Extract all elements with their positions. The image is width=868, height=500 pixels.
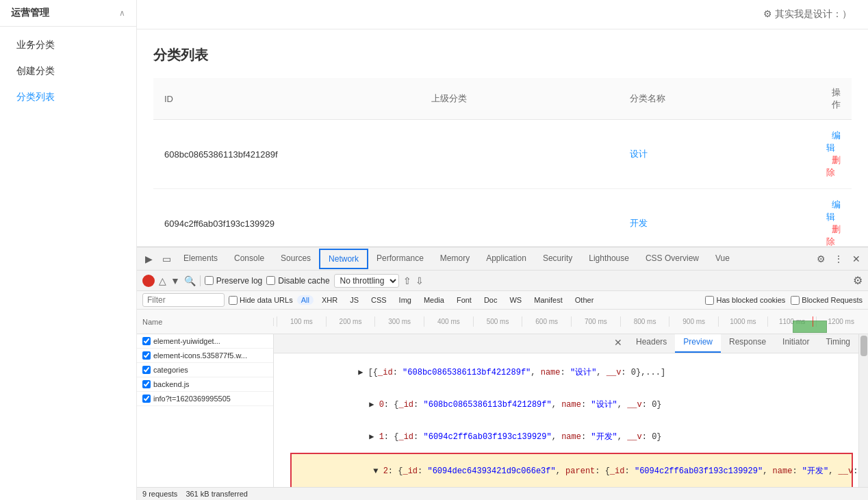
timeline-scale: 100 ms 200 ms 300 ms 400 ms 500 ms 600 m… [274,316,868,327]
tab-memory[interactable]: Memory [432,249,478,268]
preview-content: ↓ ▶ [{_id: "608bc0865386113bf421289f", n… [274,353,858,487]
scrollbar-thumb[interactable] [860,336,867,356]
list-item[interactable]: categories [137,363,273,377]
search-button[interactable]: 🔍 [184,275,196,286]
clear-button[interactable]: △ [159,275,166,286]
json-toggle-3[interactable]: ▼ [373,466,378,476]
main-header: ⚙ 其实我是设计：） [137,0,868,29]
json-toggle-2[interactable]: ▶ [369,432,374,442]
close-devtools-icon[interactable]: ✕ [847,250,865,268]
filter-font[interactable]: Font [452,295,476,305]
hide-data-urls-checkbox[interactable] [229,296,238,305]
settings-icon[interactable]: ⚙ [812,250,830,268]
tab-lighthouse[interactable]: Lighthouse [580,249,637,268]
delete-link-1[interactable]: 删除 [826,224,841,247]
sidebar-item-business[interactable]: 业务分类 [0,32,136,58]
preserve-log-text: Preserve log [216,276,262,286]
filter-other[interactable]: Other [571,295,598,305]
blocked-requests-label[interactable]: Blocked Requests [791,296,863,305]
filter-manifest[interactable]: Manifest [530,295,567,305]
filter-img[interactable]: Img [395,295,416,305]
tab-performance[interactable]: Performance [368,249,432,268]
list-item[interactable]: info?t=1620369995505 [137,392,273,406]
filter-all-chip[interactable]: All [297,295,314,305]
filter-bar: Hide data URLs All XHR JS CSS Img Media … [137,291,868,310]
disable-cache-label[interactable]: Disable cache [266,276,329,286]
item-label-3: backend.js [153,380,190,388]
panels-container: element-yuiwidget... element-icons.53587… [137,334,868,487]
devtools-status-bar: 9 requests 361 kB transferred [137,487,868,500]
record-button[interactable] [142,275,155,287]
sidebar-item-list[interactable]: 分类列表 [0,84,136,110]
item-checkbox-2[interactable] [142,366,151,374]
filter-doc[interactable]: Doc [480,295,502,305]
disable-cache-checkbox[interactable] [266,276,275,285]
inspect-icon[interactable]: ▶ [140,250,157,268]
list-item[interactable]: backend.js [137,377,273,392]
item-checkbox-4[interactable] [142,395,151,403]
detail-tab-headers[interactable]: Headers [628,334,675,353]
row-parent [420,120,619,189]
edit-link-1[interactable]: 编辑 [826,199,841,222]
filter-xhr[interactable]: XHR [318,295,342,305]
list-item[interactable]: element-icons.535877f5.w... [137,349,273,363]
detail-tab-initiator[interactable]: Initiator [774,334,817,353]
import-icon[interactable]: ⇧ [403,275,411,286]
item-checkbox-1[interactable] [142,351,151,360]
filter-media[interactable]: Media [420,295,448,305]
json-toggle-1[interactable]: ▶ [369,400,374,410]
tick-400: 400 ms [424,316,473,327]
close-detail-button[interactable]: ✕ [609,334,628,353]
list-item[interactable]: element-yuiwidget... [137,334,273,349]
preserve-log-label[interactable]: Preserve log [205,276,262,286]
row-id: 608bc0865386113bf421289f [153,120,420,189]
device-icon[interactable]: ▭ [157,250,175,268]
transfer-size: 361 kB transferred [186,490,248,498]
hide-data-urls-label[interactable]: Hide data URLs [229,296,293,305]
filter-button[interactable]: ▼ [170,275,180,286]
row-actions: 编辑 删除 [815,189,852,247]
tab-application[interactable]: Application [478,249,535,268]
tab-vue[interactable]: Vue [707,249,738,268]
tab-security[interactable]: Security [535,249,580,268]
json-line-0: ▶ [{_id: "608bc0865386113bf421289f", nam… [279,356,853,388]
has-blocked-text: Has blocked cookies [716,296,785,304]
filter-js[interactable]: JS [346,295,363,305]
tick-900: 900 ms [669,316,718,327]
tab-console[interactable]: Console [226,249,272,268]
timeline-cursor-line [813,316,813,327]
categories-table: ID 上级分类 分类名称 操作 608bc0865386113bf421289f… [153,78,852,247]
sidebar-toggle-icon[interactable]: ∧ [119,8,125,18]
detail-tab-timing[interactable]: Timing [817,334,858,353]
detail-tab-preview[interactable]: Preview [675,334,721,353]
row-parent [420,189,619,247]
item-label-1: element-icons.535877f5.w... [153,351,247,360]
scrollbar[interactable] [858,334,868,487]
delete-link-0[interactable]: 删除 [826,155,841,177]
detail-tab-response[interactable]: Response [721,334,774,353]
request-count: 9 requests [142,490,177,498]
item-checkbox-0[interactable] [142,337,151,345]
item-checkbox-3[interactable] [142,380,151,388]
filter-ws[interactable]: WS [505,295,526,305]
json-toggle-0[interactable]: ▶ [358,368,363,377]
sidebar-item-create[interactable]: 创建分类 [0,58,136,84]
network-toolbar: △ ▼ 🔍 Preserve log Disable cache No thro… [137,271,868,291]
tab-elements[interactable]: Elements [175,249,226,268]
blocked-requests-checkbox[interactable] [791,296,800,305]
has-blocked-label[interactable]: Has blocked cookies [705,296,785,305]
json-line-3-highlighted: ▼ 2: {_id: "6094dec64393421d9c066e3f", p… [290,453,853,487]
more-icon[interactable]: ⋮ [830,250,847,268]
filter-input[interactable] [142,293,225,307]
export-icon[interactable]: ⇩ [416,275,424,286]
tab-sources[interactable]: Sources [272,249,319,268]
devtools-tabbar: ▶ ▭ Elements Console Sources Network Per… [137,247,868,271]
network-settings-icon[interactable]: ⚙ [853,274,863,287]
tab-css-overview[interactable]: CSS Overview [637,249,707,268]
filter-css[interactable]: CSS [367,295,391,305]
throttle-select[interactable]: No throttling Fast 3G Slow 3G Offline [334,274,399,288]
edit-link-0[interactable]: 编辑 [826,130,841,153]
tab-network[interactable]: Network [319,249,368,269]
has-blocked-checkbox[interactable] [705,296,714,305]
preserve-log-checkbox[interactable] [205,276,214,285]
